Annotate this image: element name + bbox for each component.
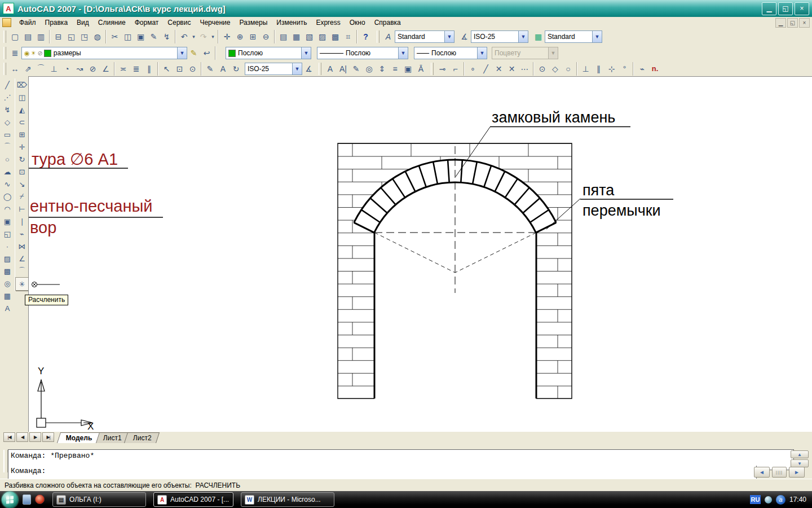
start-button[interactable] bbox=[2, 492, 18, 508]
dim-diameter-button[interactable]: ⊘ bbox=[86, 62, 99, 75]
dim-style-toolbar-combo[interactable]: ISO-25 ▼ bbox=[245, 63, 302, 75]
plot-preview-button[interactable]: ◱ bbox=[65, 30, 78, 43]
publish-button[interactable]: ◳ bbox=[78, 30, 91, 43]
new-button[interactable]: ▢ bbox=[8, 30, 21, 43]
dim-update-button[interactable]: ↻ bbox=[230, 62, 242, 75]
dim-arc-length-button[interactable]: ⌒ bbox=[34, 62, 47, 75]
copy-button[interactable]: ◫ bbox=[121, 30, 134, 43]
make-block-button[interactable]: ◱ bbox=[1, 227, 14, 240]
center-mark-button[interactable]: ⊙ bbox=[186, 62, 199, 75]
command-input[interactable]: Команда: bbox=[8, 466, 757, 480]
snap-perpendicular-button[interactable]: ⊥ bbox=[579, 62, 592, 75]
undo-button[interactable]: ↶ bbox=[178, 30, 191, 43]
menu-item[interactable]: Сервис bbox=[163, 17, 195, 28]
paste-button[interactable]: ▣ bbox=[134, 30, 147, 43]
snap-node-button[interactable]: ° bbox=[618, 62, 631, 75]
polyline-button[interactable]: ↯ bbox=[1, 103, 14, 116]
text-style-combo[interactable]: Standard ▼ bbox=[395, 30, 454, 43]
dim-angular-button[interactable]: ∠ bbox=[99, 62, 112, 75]
tab-layout2[interactable]: Лист2 bbox=[124, 432, 160, 443]
redo-button[interactable]: ↷ bbox=[197, 30, 210, 43]
scale-text-button[interactable]: ⇕ bbox=[376, 62, 389, 75]
extend-button[interactable]: ⊢ bbox=[16, 203, 28, 215]
drawing-canvas[interactable]: замковый камень пята перемычки тура ∅6 А… bbox=[28, 76, 812, 432]
temp-track-point-button[interactable]: ⊸ bbox=[436, 62, 449, 75]
web-button[interactable]: ◍ bbox=[91, 30, 104, 43]
color-combo[interactable]: Послою ▼ bbox=[226, 47, 311, 59]
menu-item[interactable]: Формат bbox=[130, 17, 164, 28]
mdi-minimize-button[interactable]: ▁ bbox=[775, 18, 786, 28]
taskbar-autocad-button[interactable]: A AutoCAD 2007 - [... bbox=[153, 492, 233, 507]
chevron-down-icon[interactable]: ▼ bbox=[592, 31, 602, 42]
layer-combo[interactable]: ◉ ☀ ⊘ размеры ▼ bbox=[21, 47, 187, 59]
explode-button[interactable]: ✳ bbox=[15, 277, 29, 291]
snap-tangent-button[interactable]: ○ bbox=[562, 62, 575, 75]
dim-text-edit-button[interactable]: A bbox=[217, 62, 230, 75]
offset-button[interactable]: ⊂ bbox=[16, 116, 28, 128]
layer-on-icon[interactable]: ◉ bbox=[24, 50, 30, 57]
help-button[interactable]: ? bbox=[359, 30, 372, 43]
erase-button[interactable]: ⌦ bbox=[16, 78, 28, 91]
device-icon[interactable] bbox=[23, 494, 31, 505]
layer-previous-icon[interactable]: ↩ bbox=[200, 47, 213, 60]
chevron-down-icon[interactable]: ▼ bbox=[177, 47, 187, 59]
move-button[interactable]: ✛ bbox=[16, 141, 28, 153]
table-button[interactable]: ▦ bbox=[1, 290, 14, 302]
arc-button[interactable]: ⌒ bbox=[1, 141, 14, 153]
sheet-set-manager-button[interactable]: ▨ bbox=[316, 30, 329, 43]
layer-freeze-icon[interactable]: ☀ bbox=[31, 50, 37, 57]
circle-button[interactable]: ○ bbox=[1, 153, 14, 165]
join-button[interactable]: ⋈ bbox=[16, 240, 28, 252]
menu-item[interactable]: Правка bbox=[41, 17, 73, 28]
chevron-down-icon[interactable]: ▼ bbox=[398, 47, 408, 59]
minimize-button[interactable]: ▁ bbox=[762, 2, 776, 15]
dim-radius-button[interactable]: ◔ bbox=[60, 62, 73, 75]
close-button[interactable]: × bbox=[795, 2, 809, 15]
tool-palettes-button[interactable]: ▧ bbox=[303, 30, 316, 43]
plot-button[interactable]: ⊟ bbox=[52, 30, 65, 43]
match-properties-button[interactable]: ✎ bbox=[147, 30, 160, 43]
cut-button[interactable]: ✂ bbox=[108, 30, 121, 43]
taskbar-word-button[interactable]: W ЛЕКЦИИ - Microso... bbox=[241, 492, 334, 507]
menu-item[interactable]: Черчение bbox=[195, 17, 235, 28]
scale-button[interactable]: ⊡ bbox=[16, 165, 28, 178]
dim-linear-button[interactable]: ↔ bbox=[8, 62, 21, 75]
snap-endpoint-button[interactable]: ∘ bbox=[466, 62, 479, 75]
scroll-down-icon[interactable]: ▼ bbox=[791, 459, 809, 467]
array-button[interactable]: ⊞ bbox=[16, 128, 28, 141]
table-style-combo[interactable]: Standard ▼ bbox=[545, 30, 602, 43]
scroll-handle[interactable]: |||| bbox=[772, 467, 787, 478]
prev-tab-button[interactable]: ◀ bbox=[16, 432, 28, 442]
text-style-icon[interactable]: A bbox=[382, 30, 395, 43]
break-at-point-button[interactable]: ∣ bbox=[16, 215, 28, 227]
hatch-button[interactable]: ▨ bbox=[1, 252, 14, 265]
tray-app-icon[interactable]: a bbox=[776, 495, 785, 505]
menu-item[interactable]: Окно bbox=[345, 17, 370, 28]
menu-item[interactable]: Файл bbox=[15, 17, 41, 28]
scroll-up-icon[interactable]: ▲ bbox=[791, 450, 809, 458]
language-indicator[interactable]: RU bbox=[750, 495, 761, 504]
fillet-button[interactable]: ⌒ bbox=[16, 265, 28, 277]
toolbar-grip[interactable] bbox=[3, 30, 6, 43]
chevron-down-icon[interactable]: ▼ bbox=[444, 31, 454, 42]
undo-list-button[interactable]: ▾ bbox=[191, 30, 197, 43]
polygon-button[interactable]: ◇ bbox=[1, 116, 14, 128]
lineweight-combo[interactable]: —— Послою ▼ bbox=[414, 47, 487, 59]
dim-ordinate-button[interactable]: ⊥ bbox=[47, 62, 60, 75]
save-button[interactable]: ▥ bbox=[34, 30, 47, 43]
linetype-combo[interactable]: ———— Послою ▼ bbox=[317, 47, 408, 59]
region-button[interactable]: ◎ bbox=[1, 277, 14, 290]
menu-item[interactable]: Изменить bbox=[272, 17, 311, 28]
rectangle-button[interactable]: ▭ bbox=[1, 128, 14, 141]
quick-launch-icon[interactable] bbox=[35, 494, 45, 504]
dim-style-manager-icon[interactable]: ∡ bbox=[302, 62, 315, 75]
quick-leader-button[interactable]: ↖ bbox=[160, 62, 173, 75]
menu-item[interactable]: Слияние bbox=[94, 17, 130, 28]
make-object-layer-current-icon[interactable]: ✎ bbox=[187, 47, 200, 60]
quickcalc-button[interactable]: ⌗ bbox=[342, 30, 355, 43]
zoom-window-button[interactable]: ⊞ bbox=[246, 30, 259, 43]
layer-lock-icon[interactable]: ⊘ bbox=[37, 50, 42, 57]
chevron-down-icon[interactable]: ▼ bbox=[518, 31, 528, 42]
dim-jogged-button[interactable]: ↝ bbox=[73, 62, 86, 75]
stretch-button[interactable]: ↘ bbox=[16, 178, 28, 190]
